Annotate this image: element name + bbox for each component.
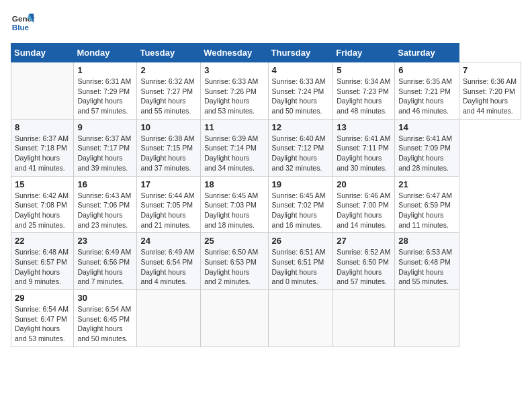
calendar-cell: 11Sunrise: 6:39 AMSunset: 7:14 PMDayligh… [201,119,268,176]
day-info: Sunrise: 6:36 AMSunset: 7:20 PMDaylight … [463,77,517,116]
day-info: Sunrise: 6:35 AMSunset: 7:21 PMDaylight … [398,77,455,116]
calendar-cell: 20Sunrise: 6:46 AMSunset: 7:00 PMDayligh… [333,176,395,233]
day-number: 3 [204,65,264,75]
day-number: 5 [337,65,391,75]
calendar-cell: 9Sunrise: 6:37 AMSunset: 7:17 PMDaylight… [74,119,137,176]
day-info: Sunrise: 6:33 AMSunset: 7:24 PMDaylight … [272,77,330,116]
calendar-cell: 15Sunrise: 6:42 AMSunset: 7:08 PMDayligh… [11,176,74,233]
calendar-week-row: 22Sunrise: 6:48 AMSunset: 6:57 PMDayligh… [11,233,521,290]
calendar-cell: 26Sunrise: 6:51 AMSunset: 6:51 PMDayligh… [268,233,333,290]
calendar-cell: 1Sunrise: 6:31 AMSunset: 7:29 PMDaylight… [74,62,137,120]
day-info: Sunrise: 6:31 AMSunset: 7:29 PMDaylight … [77,77,133,116]
weekday-header: Thursday [268,44,333,62]
calendar-cell: 18Sunrise: 6:45 AMSunset: 7:03 PMDayligh… [201,176,268,233]
calendar-cell: 6Sunrise: 6:35 AMSunset: 7:21 PMDaylight… [395,62,459,120]
weekday-header: Friday [333,44,395,62]
day-info: Sunrise: 6:43 AMSunset: 7:06 PMDaylight … [77,191,133,230]
calendar-week-row: 15Sunrise: 6:42 AMSunset: 7:08 PMDayligh… [11,176,521,233]
day-number: 19 [272,179,330,189]
day-number: 6 [398,65,455,75]
day-number: 21 [398,179,455,189]
calendar-cell: 13Sunrise: 6:41 AMSunset: 7:11 PMDayligh… [333,119,395,176]
day-info: Sunrise: 6:38 AMSunset: 7:15 PMDaylight … [140,134,197,173]
day-info: Sunrise: 6:44 AMSunset: 7:05 PMDaylight … [140,191,197,230]
day-info: Sunrise: 6:41 AMSunset: 7:11 PMDaylight … [337,134,391,173]
calendar-cell: 27Sunrise: 6:52 AMSunset: 6:50 PMDayligh… [333,233,395,290]
weekday-header: Tuesday [137,44,201,62]
weekday-header: Wednesday [201,44,268,62]
day-number: 17 [140,179,197,189]
day-number: 18 [204,179,264,189]
day-number: 27 [337,236,391,246]
calendar-cell: 10Sunrise: 6:38 AMSunset: 7:15 PMDayligh… [137,119,201,176]
day-info: Sunrise: 6:51 AMSunset: 6:51 PMDaylight … [272,247,330,287]
calendar-cell [395,290,459,347]
calendar-cell: 28Sunrise: 6:53 AMSunset: 6:48 PMDayligh… [395,233,459,290]
logo-icon: General Blue [11,11,35,35]
weekday-header-row: SundayMondayTuesdayWednesdayThursdayFrid… [11,44,521,62]
weekday-header: Saturday [395,44,459,62]
day-info: Sunrise: 6:54 AMSunset: 6:45 PMDaylight … [77,304,133,344]
day-number: 30 [77,293,133,303]
day-number: 29 [15,293,70,303]
day-number: 10 [140,122,197,132]
calendar-cell: 22Sunrise: 6:48 AMSunset: 6:57 PMDayligh… [11,233,74,290]
day-info: Sunrise: 6:33 AMSunset: 7:26 PMDaylight … [204,77,264,116]
day-number: 4 [272,65,330,75]
day-number: 16 [77,179,133,189]
day-info: Sunrise: 6:47 AMSunset: 6:59 PMDaylight … [398,191,455,230]
day-number: 8 [15,122,70,132]
day-number: 23 [77,236,133,246]
day-info: Sunrise: 6:50 AMSunset: 6:53 PMDaylight … [204,247,264,287]
calendar-cell: 16Sunrise: 6:43 AMSunset: 7:06 PMDayligh… [74,176,137,233]
day-info: Sunrise: 6:46 AMSunset: 7:00 PMDaylight … [337,191,391,230]
calendar-cell: 5Sunrise: 6:34 AMSunset: 7:23 PMDaylight… [333,62,395,120]
day-number: 1 [77,65,133,75]
calendar-cell [268,290,333,347]
day-info: Sunrise: 6:54 AMSunset: 6:47 PMDaylight … [15,304,70,344]
calendar-cell: 3Sunrise: 6:33 AMSunset: 7:26 PMDaylight… [201,62,268,120]
day-number: 24 [140,236,197,246]
day-info: Sunrise: 6:48 AMSunset: 6:57 PMDaylight … [15,247,70,287]
calendar-cell [11,62,74,120]
calendar-cell: 30Sunrise: 6:54 AMSunset: 6:45 PMDayligh… [74,290,137,347]
day-info: Sunrise: 6:40 AMSunset: 7:12 PMDaylight … [272,134,330,173]
calendar-cell: 8Sunrise: 6:37 AMSunset: 7:18 PMDaylight… [11,119,74,176]
day-number: 26 [272,236,330,246]
logo: General Blue [11,11,35,35]
day-info: Sunrise: 6:34 AMSunset: 7:23 PMDaylight … [337,77,391,116]
day-number: 25 [204,236,264,246]
weekday-header: Sunday [11,44,74,62]
svg-text:Blue: Blue [12,23,30,32]
calendar-cell [137,290,201,347]
day-info: Sunrise: 6:37 AMSunset: 7:17 PMDaylight … [77,134,133,173]
day-info: Sunrise: 6:49 AMSunset: 6:56 PMDaylight … [77,247,133,287]
calendar-cell: 25Sunrise: 6:50 AMSunset: 6:53 PMDayligh… [201,233,268,290]
day-info: Sunrise: 6:41 AMSunset: 7:09 PMDaylight … [398,134,455,173]
page-header: General Blue [11,11,521,35]
calendar-cell: 23Sunrise: 6:49 AMSunset: 6:56 PMDayligh… [74,233,137,290]
day-info: Sunrise: 6:37 AMSunset: 7:18 PMDaylight … [15,134,70,173]
day-info: Sunrise: 6:42 AMSunset: 7:08 PMDaylight … [15,191,70,230]
calendar-cell: 19Sunrise: 6:45 AMSunset: 7:02 PMDayligh… [268,176,333,233]
calendar-cell: 29Sunrise: 6:54 AMSunset: 6:47 PMDayligh… [11,290,74,347]
calendar-cell: 4Sunrise: 6:33 AMSunset: 7:24 PMDaylight… [268,62,333,120]
day-info: Sunrise: 6:39 AMSunset: 7:14 PMDaylight … [204,134,264,173]
calendar-cell: 17Sunrise: 6:44 AMSunset: 7:05 PMDayligh… [137,176,201,233]
day-info: Sunrise: 6:45 AMSunset: 7:03 PMDaylight … [204,191,264,230]
calendar-cell [333,290,395,347]
calendar-cell: 24Sunrise: 6:49 AMSunset: 6:54 PMDayligh… [137,233,201,290]
day-number: 13 [337,122,391,132]
day-number: 12 [272,122,330,132]
day-info: Sunrise: 6:52 AMSunset: 6:50 PMDaylight … [337,247,391,287]
calendar-cell: 12Sunrise: 6:40 AMSunset: 7:12 PMDayligh… [268,119,333,176]
calendar-week-row: 29Sunrise: 6:54 AMSunset: 6:47 PMDayligh… [11,290,521,347]
day-number: 14 [398,122,455,132]
day-number: 2 [140,65,197,75]
day-number: 7 [463,65,517,75]
calendar-week-row: 8Sunrise: 6:37 AMSunset: 7:18 PMDaylight… [11,119,521,176]
day-number: 15 [15,179,70,189]
day-number: 22 [15,236,70,246]
day-number: 20 [337,179,391,189]
day-number: 11 [204,122,264,132]
